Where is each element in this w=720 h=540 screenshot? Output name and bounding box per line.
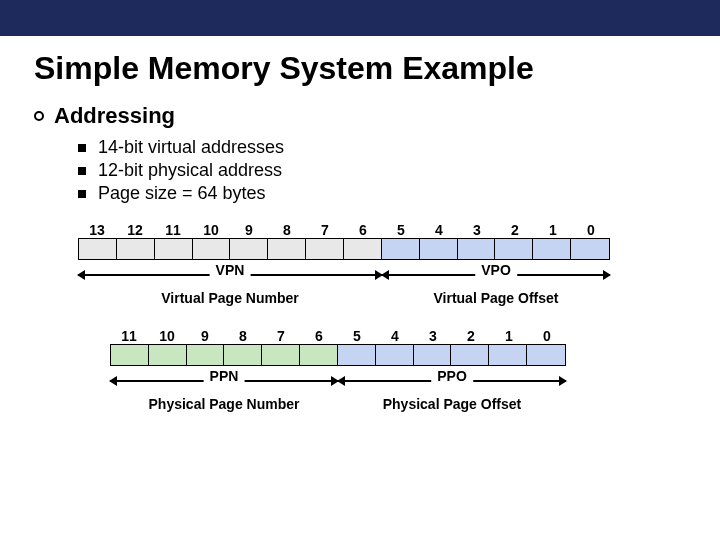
bit-label: 0	[528, 328, 566, 344]
virtual-address-diagram: 13 12 11 10 9 8 7 6 5 4 3 2 1 0	[78, 222, 686, 306]
ppn-arrow: PPN	[110, 380, 338, 382]
bit-cell	[193, 239, 231, 259]
bit-label: 10	[148, 328, 186, 344]
bit-label: 12	[116, 222, 154, 238]
bit-label: 4	[376, 328, 414, 344]
bit-label: 2	[452, 328, 490, 344]
bit-cell	[414, 345, 452, 365]
bit-label: 9	[230, 222, 268, 238]
bit-cell	[420, 239, 458, 259]
bit-cell	[382, 239, 420, 259]
bullet-text: 12-bit physical address	[98, 160, 282, 181]
bit-cell	[117, 239, 155, 259]
bit-label: 7	[262, 328, 300, 344]
bit-label: 8	[224, 328, 262, 344]
ppn-full-label: Physical Page Number	[110, 396, 338, 412]
physical-bit-boxes	[110, 344, 566, 366]
bullet-square-icon	[78, 190, 86, 198]
bit-label: 5	[338, 328, 376, 344]
vpo-full-label: Virtual Page Offset	[382, 290, 610, 306]
bit-cell	[262, 345, 300, 365]
vpn-label: VPN	[210, 262, 251, 278]
bit-cell	[111, 345, 149, 365]
physical-bit-labels: 11 10 9 8 7 6 5 4 3 2 1 0	[110, 328, 686, 344]
virtual-bit-labels: 13 12 11 10 9 8 7 6 5 4 3 2 1 0	[78, 222, 686, 238]
bit-cell	[155, 239, 193, 259]
bit-cell	[376, 345, 414, 365]
bit-cell	[230, 239, 268, 259]
virtual-full-labels: Virtual Page Number Virtual Page Offset	[78, 290, 686, 306]
bullet-square-icon	[78, 167, 86, 175]
bit-label: 6	[344, 222, 382, 238]
list-item: 14-bit virtual addresses	[78, 137, 686, 158]
bit-label: 3	[414, 328, 452, 344]
bullet-circle-icon	[34, 111, 44, 121]
physical-arrow-row: PPN PPO	[110, 370, 686, 394]
bit-cell	[79, 239, 117, 259]
slide-content: Simple Memory System Example Addressing …	[0, 36, 720, 412]
bit-label: 4	[420, 222, 458, 238]
ppo-label: PPO	[431, 368, 473, 384]
bit-cell	[344, 239, 382, 259]
bit-cell	[338, 345, 376, 365]
virtual-arrow-row: VPN VPO	[78, 264, 686, 288]
bit-label: 6	[300, 328, 338, 344]
bit-label: 13	[78, 222, 116, 238]
bullet-text: 14-bit virtual addresses	[98, 137, 284, 158]
bit-cell	[268, 239, 306, 259]
bit-label: 9	[186, 328, 224, 344]
vpn-arrow: VPN	[78, 274, 382, 276]
bit-cell	[489, 345, 527, 365]
bit-label: 8	[268, 222, 306, 238]
bit-label: 3	[458, 222, 496, 238]
ppo-arrow: PPO	[338, 380, 566, 382]
bit-label: 11	[110, 328, 148, 344]
bit-label: 0	[572, 222, 610, 238]
section-heading: Addressing	[34, 103, 686, 129]
slide-title: Simple Memory System Example	[34, 50, 686, 87]
virtual-bit-boxes	[78, 238, 610, 260]
bit-cell	[533, 239, 571, 259]
vpo-label: VPO	[475, 262, 517, 278]
bit-cell	[224, 345, 262, 365]
bit-cell	[306, 239, 344, 259]
bit-cell	[149, 345, 187, 365]
vpn-full-label: Virtual Page Number	[78, 290, 382, 306]
bit-cell	[495, 239, 533, 259]
bit-label: 1	[490, 328, 528, 344]
bit-label: 10	[192, 222, 230, 238]
bit-label: 2	[496, 222, 534, 238]
ppn-label: PPN	[204, 368, 245, 384]
bit-cell	[527, 345, 565, 365]
bit-cell	[571, 239, 609, 259]
vpo-arrow: VPO	[382, 274, 610, 276]
ppo-full-label: Physical Page Offset	[338, 396, 566, 412]
bit-label: 11	[154, 222, 192, 238]
bit-cell	[187, 345, 225, 365]
bit-cell	[458, 239, 496, 259]
bullet-text: Page size = 64 bytes	[98, 183, 266, 204]
bullet-square-icon	[78, 144, 86, 152]
bit-label: 1	[534, 222, 572, 238]
bit-cell	[451, 345, 489, 365]
list-item: Page size = 64 bytes	[78, 183, 686, 204]
bit-label: 5	[382, 222, 420, 238]
bit-label: 7	[306, 222, 344, 238]
bullet-list: 14-bit virtual addresses 12-bit physical…	[78, 137, 686, 204]
list-item: 12-bit physical address	[78, 160, 686, 181]
physical-full-labels: Physical Page Number Physical Page Offse…	[110, 396, 686, 412]
bit-cell	[300, 345, 338, 365]
physical-address-diagram: 11 10 9 8 7 6 5 4 3 2 1 0	[110, 328, 686, 412]
section-label: Addressing	[54, 103, 175, 129]
header-bar	[0, 0, 720, 36]
